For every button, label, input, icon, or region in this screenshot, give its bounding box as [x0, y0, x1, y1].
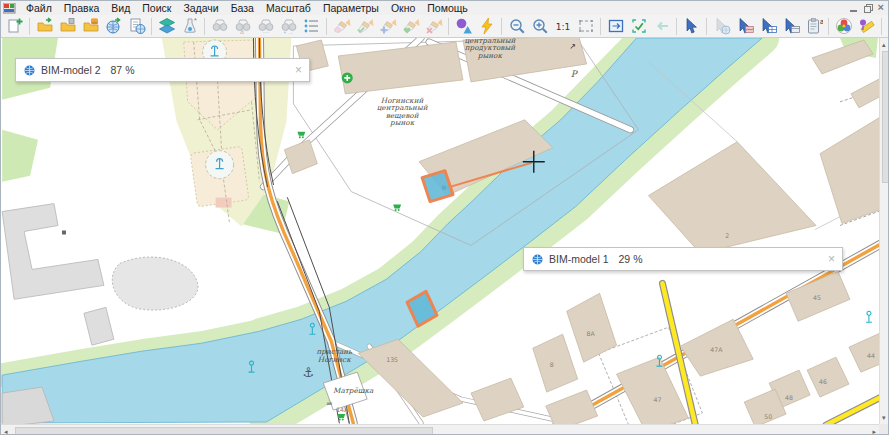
scroll-left-icon[interactable]: ◂	[4, 428, 8, 435]
globe-icon	[532, 254, 543, 265]
toolbar-binoculars-dots-button: …	[254, 16, 277, 37]
toolbar-torch-plus-button	[376, 16, 399, 37]
toolbar-one-to-one-button[interactable]: 1:1	[551, 16, 574, 37]
progress-toast-bim-model-1[interactable]: BIM-model 1 29 % ×	[523, 247, 843, 271]
toolbar-binoculars-a-button: a	[231, 16, 254, 37]
toast-title: BIM-model 1	[549, 253, 609, 265]
menu-item-10[interactable]: Помощь	[421, 1, 474, 15]
toolbar-torch-area-button	[330, 16, 353, 37]
pharmacy-icon	[342, 72, 353, 83]
toolbar-cursor-globe-button	[710, 16, 733, 37]
building-number: 14А	[336, 406, 349, 413]
toolbar-torch-heart-button	[399, 16, 422, 37]
anchor-icon: ⚓	[303, 365, 315, 380]
toolbar-separator	[448, 18, 449, 35]
scroll-up-icon[interactable]: ▴	[882, 41, 886, 48]
menu-item-4[interactable]: Поиск	[136, 1, 177, 15]
toolbar-separator	[29, 18, 30, 35]
menu-item-1[interactable]: Файл	[20, 1, 58, 15]
horizontal-scrollbar[interactable]: ◂ ▸	[1, 424, 879, 435]
toolbar-separator	[881, 18, 882, 35]
menu-item-9[interactable]: Окно	[385, 1, 421, 15]
menu-bar: ФайлПравкаВидПоискЗадачиБазаМасштабПарам…	[1, 1, 888, 15]
building-number: 46	[819, 378, 827, 385]
building-number: 48	[785, 394, 793, 401]
menu-item-8[interactable]: Параметры	[317, 1, 385, 15]
toolbar-new-doc-button[interactable]	[3, 16, 26, 37]
progress-toast-bim-model-2[interactable]: BIM-model 2 87 % ×	[15, 58, 310, 82]
svg-text:*: *	[194, 17, 197, 24]
svg-text:a: a	[240, 28, 244, 35]
toolbar-cursor-button[interactable]	[680, 16, 703, 37]
horizontal-scroll-thumb[interactable]	[15, 427, 433, 435]
close-icon[interactable]: ×	[828, 253, 835, 265]
toolbar-cursor-panel-button[interactable]	[779, 16, 802, 37]
toolbar-color-wheel-button[interactable]	[832, 16, 855, 37]
toolbar-shapes-button[interactable]	[452, 16, 475, 37]
scroll-right-icon[interactable]: ▸	[872, 428, 876, 435]
toolbar-separator	[600, 18, 601, 35]
building-number: 45	[813, 294, 821, 301]
menu-item-6[interactable]: База	[225, 1, 260, 15]
toolbar-separator	[151, 18, 152, 35]
toolbar-teal-back-button	[650, 16, 673, 37]
svg-text:a: a	[820, 18, 823, 25]
toolbar-separator	[706, 18, 707, 35]
toolbar-fit-frame-button[interactable]	[604, 16, 627, 37]
toolbar-open-block-button[interactable]	[56, 16, 79, 37]
menu-item-7[interactable]: Масштаб	[260, 1, 317, 15]
vertical-scrollbar[interactable]: ▴ ▾	[879, 38, 889, 424]
toolbar-separator	[501, 18, 502, 35]
restore-icon[interactable]	[864, 4, 871, 11]
toolbar-separator	[204, 18, 205, 35]
toolbar-torch-check-button	[353, 16, 376, 37]
svg-text:‥: ‥	[288, 29, 292, 35]
menu-item-3[interactable]: Вид	[105, 1, 136, 15]
toolbar-torch-x-button	[422, 16, 445, 37]
toolbar-print-button[interactable]	[885, 16, 889, 37]
building-number: 135	[386, 356, 398, 363]
toolbar-separator	[828, 18, 829, 35]
scrollbar-corner	[879, 424, 889, 435]
map-canvas[interactable]: ⚓ ☕ ↗ центральныйпродуктовыйрынокНогинск…	[1, 38, 889, 424]
building-number: 44	[867, 352, 875, 359]
toast-title: BIM-model 2	[41, 64, 101, 76]
toolbar-separator	[676, 18, 677, 35]
svg-text:…: …	[262, 27, 269, 34]
close-icon[interactable]: ×	[878, 4, 884, 11]
toast-progress: 87 %	[111, 64, 135, 76]
toolbar-open-folder-button[interactable]	[33, 16, 56, 37]
close-icon[interactable]: ×	[295, 64, 302, 76]
building-number: 8	[550, 361, 554, 368]
toast-progress: 29 %	[619, 253, 643, 265]
toolbar-clipboard-a-button[interactable]: a	[802, 16, 825, 37]
app-icon	[3, 2, 17, 14]
building-number: 50	[764, 413, 772, 420]
toolbar-open-db-button[interactable]	[79, 16, 102, 37]
toolbar-legend-flask-button[interactable]: *	[178, 16, 201, 37]
cafe-icon: ☕	[326, 398, 333, 407]
map-label-4: Матрёшка	[333, 386, 374, 395]
minimize-icon[interactable]	[850, 3, 857, 12]
menu-item-2[interactable]: Правка	[58, 1, 105, 15]
scroll-down-icon[interactable]: ▾	[882, 414, 886, 421]
direction-arrow-icon: ↗	[569, 42, 576, 51]
toolbar-zoom-out-button[interactable]	[505, 16, 528, 37]
menu-item-5[interactable]: Задачи	[177, 1, 224, 15]
toolbar-route-measure-button[interactable]	[855, 16, 878, 37]
toolbar-frame-button[interactable]	[574, 16, 597, 37]
toolbar-zoom-in-button[interactable]	[528, 16, 551, 37]
toolbar-teal-check-button[interactable]	[627, 16, 650, 37]
toolbar-binoculars-select-button: ‥	[277, 16, 300, 37]
toolbar-list-button[interactable]	[300, 16, 323, 37]
toolbar-bolt-button[interactable]	[475, 16, 498, 37]
svg-text:1:1: 1:1	[555, 22, 569, 32]
toolbar-cursor-map-button[interactable]	[733, 16, 756, 37]
toolbar-globe-open-button[interactable]	[102, 16, 125, 37]
toolbar-separator	[326, 18, 327, 35]
toolbar-layers-button[interactable]	[155, 16, 178, 37]
vertical-scroll-thumb[interactable]	[882, 51, 889, 183]
toolbar-cursor-table-button[interactable]	[756, 16, 779, 37]
toolbar-doc-globe-button[interactable]	[125, 16, 148, 37]
building-number: 47А	[710, 346, 723, 353]
